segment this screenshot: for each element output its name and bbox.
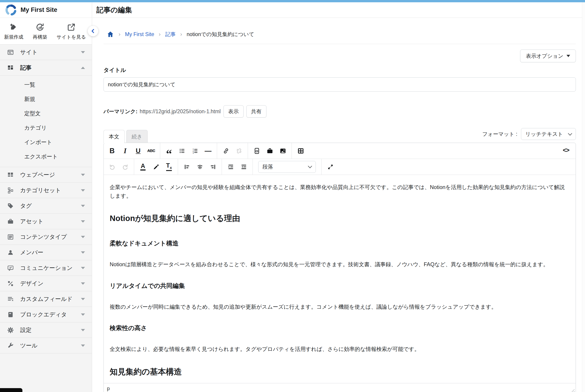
home-icon[interactable] [107,30,114,38]
site-header[interactable]: My First Site [0,2,92,18]
chevron-down-icon [81,267,85,269]
svg-text:3: 3 [193,152,194,154]
sidebar-subitem-export[interactable]: エクスポート [0,149,92,164]
title-input[interactable] [104,78,576,92]
permalink-label: パーマリンク: [104,108,137,115]
sidebar-item-tools[interactable]: ツール [0,338,92,354]
insert-html-button[interactable] [250,144,263,158]
toolbar-separator [217,143,217,159]
breadcrumb-site-link[interactable]: My First Site [125,31,154,38]
block-editor-icon [7,311,14,318]
sidebar-item-tag[interactable]: タグ [0,198,92,214]
element-path: p [107,386,110,392]
format-select[interactable]: リッチテキスト [521,128,576,140]
breadcrumb-entries-link[interactable]: 記事 [165,31,176,38]
permalink-view-button[interactable]: 表示 [223,105,244,118]
redo-button[interactable] [119,160,132,174]
sidebar-subitem-category[interactable]: カテゴリ [0,120,92,135]
indent-button[interactable] [224,160,237,174]
blockquote-button[interactable]: “ [162,144,175,158]
sidebar-item-design[interactable]: デザイン [0,276,92,291]
chevron-down-icon [568,131,572,136]
source-code-button[interactable]: <> [559,143,572,158]
strikethrough-button[interactable]: ABC [145,144,158,158]
undo-button[interactable] [106,160,119,174]
unlink-icon [236,148,242,154]
sidebar-subitem-new[interactable]: 新規 [0,92,92,106]
sidebar-subitem-list[interactable]: 一覧 [0,78,92,92]
compose-button[interactable]: 新規作成 [4,23,23,40]
rich-text-editor: B I U ABC “ 1 2 3 [104,143,576,392]
ordered-list-icon: 1 2 3 [192,148,198,154]
sidebar-item-block-editor[interactable]: ブロックエディタ [0,307,92,322]
caret-down-icon [566,55,570,57]
italic-button[interactable]: I [119,144,132,158]
tab-body[interactable]: 本文 [104,130,125,143]
align-center-button[interactable] [193,160,206,174]
remove-link-button[interactable] [232,144,245,158]
custom-fields-icon [7,296,14,302]
unordered-list-button[interactable] [175,144,188,158]
table-icon [297,148,304,154]
clear-format-button[interactable]: Tx [162,160,175,174]
toolbar-separator [321,159,322,175]
editor-content[interactable]: 企業やチームにおいて、メンバーの知見や経験を組織全体で共有することは、業務効率化… [104,175,576,383]
toolbar-separator [248,143,248,159]
paragraph: 複数のメンバーが同時に編集できるため、知見の追加や更新がスムーズに行えます。コメ… [110,303,570,312]
main-area: 記事の編集 › My First Site › 記事 › notionでの知見集… [92,2,585,392]
sidebar-item-webpage[interactable]: ウェブページ [0,167,92,183]
tab-extended[interactable]: 続き [126,130,148,143]
view-site-button[interactable]: サイトを見る [57,23,86,40]
sidebar-subitem-import[interactable]: インポート [0,135,92,149]
compose-icon [9,23,18,32]
heading-3: リアルタイムでの共同編集 [110,282,570,290]
scrollbar-track[interactable] [582,2,585,392]
resize-handle[interactable] [570,389,574,392]
outdent-icon [241,164,247,170]
highlight-button[interactable] [149,160,162,174]
permalink-share-button[interactable]: 共有 [246,105,266,118]
rebuild-button[interactable]: 再構築 [33,23,47,40]
sidebar-item-member[interactable]: メンバー [0,245,92,260]
text-color-button[interactable]: A [136,160,149,174]
underline-button[interactable]: U [132,144,145,158]
paragraph: Notionは階層構造とデータベースを組み合わせることで、様々な形式の知見を一元… [110,260,570,269]
chevron-down-icon [81,282,85,285]
sidebar-item-content-type[interactable]: コンテンツタイプ [0,229,92,245]
divider [104,44,576,44]
insert-asset-button[interactable] [263,144,276,158]
rebuild-label: 再構築 [33,34,47,40]
outdent-button[interactable] [237,160,250,174]
sidebar-item-settings[interactable]: 設定 [0,322,92,338]
wrench-icon [7,342,14,349]
sidebar-item-custom-fields[interactable]: カスタムフィールド [0,291,92,307]
bold-button[interactable]: B [106,144,119,158]
chevron-down-icon [81,205,85,207]
sidebar-item-asset[interactable]: アセット [0,214,92,229]
chevron-down-icon [81,314,85,316]
paragraph: 全文検索により、必要な情報を素早く見つけられます。タグやプロパティを活用すれば、… [110,345,570,354]
sidebar-item-communication[interactable]: コミュニケーション [0,260,92,276]
horizontal-rule-button[interactable]: — [202,144,215,158]
fullscreen-button[interactable] [324,160,337,174]
breadcrumb-separator: › [180,31,182,38]
toolbar-separator [252,159,253,175]
chevron-up-icon [81,67,85,69]
sidebar-item-entries[interactable]: 記事 [0,60,92,76]
ordered-list-button[interactable]: 1 2 3 [188,144,202,158]
align-right-button[interactable] [206,160,219,174]
sidebar-item-category-set[interactable]: カテゴリセット [0,183,92,198]
insert-table-button[interactable] [294,144,307,158]
sidebar-collapse-button[interactable] [88,26,98,36]
align-left-button[interactable] [180,160,193,174]
sidebar-item-site[interactable]: サイト [0,44,92,60]
insert-image-button[interactable] [276,144,289,158]
display-options-button[interactable]: 表示オプション [520,50,576,62]
insert-link-button[interactable] [219,144,232,158]
site-icon [7,49,14,56]
chevron-down-icon [81,298,85,300]
chevron-down-icon [81,220,85,222]
sidebar-subitem-boilerplate[interactable]: 定型文 [0,106,92,120]
paragraph-style-select[interactable]: 段落 [258,161,316,173]
entries-submenu: 一覧 新規 定型文 カテゴリ インポート エクスポート [0,76,92,167]
